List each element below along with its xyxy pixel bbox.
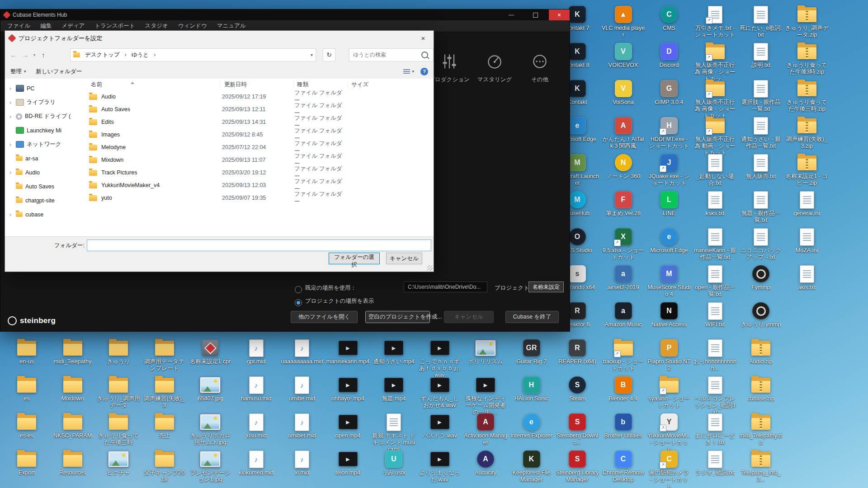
desktop-icon[interactable]: bBrother Utilities xyxy=(601,413,646,439)
desktop-icon[interactable]: NNative Access xyxy=(647,302,691,328)
desktop-icon[interactable]: きゅうり_調声用データ xyxy=(96,376,141,409)
chevron-right-icon[interactable]: › xyxy=(8,113,13,120)
desktop-icon[interactable]: 調声練習(失敗)_3 xyxy=(142,376,187,409)
desktop-icon[interactable]: SSteam xyxy=(555,376,599,402)
tree-item[interactable]: ar-sa xyxy=(5,151,77,165)
desktop-icon[interactable]: ピクチャ xyxy=(96,450,141,476)
desktop-icon[interactable]: open - 親作品一覧.txt xyxy=(693,265,737,298)
tree-item[interactable]: Auto Saves xyxy=(5,179,77,193)
desktop-icon[interactable]: ↗syasinn - ショートカット xyxy=(647,376,691,409)
project-name-field[interactable]: 名称未設定 xyxy=(528,282,564,292)
desktop-icon[interactable]: GGIMP 3.0.4 xyxy=(647,80,691,106)
resize-grip[interactable] xyxy=(427,265,433,271)
organize-menu[interactable]: 整理 ▾ xyxy=(10,68,26,75)
desktop-icon[interactable]: ▶孤独なインディーゲーム開発者の一生 -... xyxy=(463,376,508,415)
desktop-icon[interactable]: 選択肢 - 親作品一覧.txt xyxy=(739,80,783,113)
desktop-icon[interactable]: きゅうり xyxy=(96,339,141,365)
desktop-icon[interactable]: ヘルスコンプレッション_歌詞.txt xyxy=(693,376,737,415)
select-folder-button[interactable]: フォルダーの選択 xyxy=(329,253,380,264)
maximize-button[interactable] xyxy=(525,9,546,20)
desktop-icon[interactable]: F筆まめ Ver.28 xyxy=(601,191,646,217)
quit-cubase-button[interactable]: Cubase を終了 xyxy=(505,311,559,323)
desktop-icon[interactable]: ♪xl.mid xyxy=(280,450,324,476)
desktop-icon[interactable]: 無題 - 親作品一覧.txt xyxy=(739,191,783,224)
desktop-icon[interactable]: 説明.txt xyxy=(739,42,783,69)
desktop-icon[interactable]: X↗9.5.xlsx - ショートカット xyxy=(601,228,646,261)
desktop-icon[interactable]: BBlender 4.4 xyxy=(601,376,646,402)
desktop-icon[interactable]: maniseKarin - 親作品一覧.txt xyxy=(693,228,737,261)
desktop-icon[interactable]: C↗家の防犯カメラ - ショートカット xyxy=(647,450,691,488)
desktop-icon[interactable]: akis.txt xyxy=(785,265,829,291)
desktop-icon[interactable]: Y↗YukkuriMovieM... - ショートカット xyxy=(647,413,691,452)
desktop-icon[interactable]: MMuseScore Studio 4 xyxy=(647,265,691,298)
view-options-button[interactable]: ▾ xyxy=(403,69,414,74)
desktop-icon[interactable]: H↗HDDFMT.exe - ショートカット xyxy=(647,117,691,150)
desktop-icon[interactable]: 新規 テキスト ドキュメント.musicxml xyxy=(372,413,416,452)
desktop-icon[interactable]: 売上 xyxy=(142,413,187,439)
file-row[interactable]: YukkuriMovieMaker_v42025/09/13 12:03ファイル… xyxy=(77,179,434,192)
breadcrumb-segment-yuto[interactable]: ゆうと xyxy=(128,51,152,59)
breadcrumb-segment-desktop[interactable]: デスクトップ xyxy=(82,51,123,59)
desktop-icon[interactable]: 無人販売.txt xyxy=(739,154,783,180)
close-button[interactable]: × xyxy=(549,9,570,20)
desktop-icon[interactable]: きゅうり_調声データ.zip xyxy=(785,5,829,38)
cubase-titlebar[interactable]: Cubase Elements Hub — × xyxy=(0,9,570,20)
file-row[interactable]: Mixdown2025/09/13 11:07ファイル フォルダー xyxy=(77,154,434,166)
desktop-icon[interactable]: general.ini xyxy=(785,191,829,217)
column-header-size[interactable]: サイズ xyxy=(347,81,434,89)
forward-button[interactable]: → xyxy=(19,51,31,59)
desktop-icon[interactable]: ♪umibet.mid xyxy=(280,413,324,439)
desktop-icon[interactable]: ▶バズドラ.wav xyxy=(418,413,462,439)
desktop-icon[interactable]: GRGuitar Rig 7 xyxy=(509,339,554,365)
desktop-icon[interactable]: おっhhhhhhhhhhh... xyxy=(693,339,737,372)
desktop-icon[interactable]: プレゼンテーション1.jpg xyxy=(188,450,232,483)
file-row[interactable]: Track Pictures2025/03/20 19:12ファイル フォルダー xyxy=(77,166,434,179)
desktop-icon[interactable]: Nノートン 360 xyxy=(601,154,646,180)
file-row[interactable]: Edits2025/09/13 14:31ファイル フォルダー xyxy=(77,116,434,128)
file-row[interactable]: yuto2025/09/07 19:35ファイル フォルダー xyxy=(77,192,434,204)
desktop-icon[interactable]: DDiscord xyxy=(647,42,691,69)
desktop-icon[interactable]: ▲VLC media player xyxy=(601,5,646,38)
desktop-icon[interactable]: 通知うざい - 親作品一覧.txt xyxy=(739,117,783,150)
chevron-right-icon[interactable]: › xyxy=(8,141,13,148)
desktop-icon[interactable]: Aかんたん！AITalk 3 関西風 xyxy=(601,117,646,150)
history-dropdown-icon[interactable]: ▾ xyxy=(31,52,38,57)
desktop-icon[interactable]: ↗無人販売不正行為 動画 - ショートカット xyxy=(693,117,737,156)
desktop-icon[interactable]: 65407.jpg xyxy=(188,376,232,402)
desktop-icon[interactable]: eMicrosoft Edge xyxy=(647,228,691,254)
use-default-location-radio[interactable] xyxy=(295,286,302,293)
desktop-icon[interactable]: Mixdown xyxy=(51,376,95,402)
desktop-icon[interactable]: ↗万引きメモ.txt - ショートカット xyxy=(693,5,737,38)
desktop-icon[interactable]: ♪hamusu.mid xyxy=(234,376,278,402)
desktop-icon[interactable]: J↗JQuake.exe - ショートカット xyxy=(647,154,691,187)
tree-item[interactable]: ›ライブラリ xyxy=(5,95,77,109)
file-row[interactable]: Auto Saves2025/09/13 12:11ファイル フォルダー xyxy=(77,103,434,116)
column-header-name[interactable]: 名前 xyxy=(77,81,220,89)
desktop-icon[interactable]: Audio.zip xyxy=(739,339,783,365)
desktop-icon[interactable]: きゅうり食ってた午後三時 xyxy=(96,413,141,446)
desktop-icon[interactable]: LLINE xyxy=(647,191,691,217)
desktop-icon[interactable]: SSteinberg Library Manager xyxy=(555,450,599,483)
file-row[interactable]: Audio2025/09/12 17:19ファイル フォルダー xyxy=(77,90,434,103)
desktop-icon[interactable]: MoZA.ini xyxy=(785,228,829,254)
desktop-icon[interactable]: 調声用データテンプレート xyxy=(142,339,187,372)
desktop-icon[interactable]: ▶通知うざい.mp4 xyxy=(372,339,416,365)
desktop-icon[interactable]: WIFI.txt xyxy=(693,302,737,328)
desktop-icon[interactable]: ▶open.mp4 xyxy=(326,413,370,439)
desktop-icon[interactable]: きゅうりボカロ用サムネ.jpg xyxy=(188,413,232,446)
desktop-icon[interactable]: ポリリリズム xyxy=(463,339,508,365)
up-button[interactable]: ↑ xyxy=(38,51,49,59)
search-box[interactable] xyxy=(349,48,434,61)
desktop-icon[interactable]: ▶無題.mp4 xyxy=(372,376,416,402)
desktop-icon[interactable]: Uうみ.ustx xyxy=(372,450,416,476)
hub-cancel-button[interactable]: キャンセル xyxy=(444,311,494,323)
folder-name-input[interactable] xyxy=(87,239,431,251)
desktop-icon[interactable]: _起動しない場合.txt xyxy=(693,154,737,187)
desktop-icon[interactable]: aAmazon Music xyxy=(601,302,646,328)
desktop-icon[interactable]: ♪uaaaaaaaaa.mid xyxy=(280,339,324,365)
tree-item[interactable]: ›ネットワーク xyxy=(5,137,77,151)
tree-item[interactable]: chatgpt-site xyxy=(5,193,77,207)
desktop-icon[interactable]: KKeepforest File Manager xyxy=(509,450,554,483)
desktop-icon[interactable]: ♪gpt.mid xyxy=(234,339,278,365)
hub-category[interactable]: マスタリング xyxy=(472,52,517,84)
